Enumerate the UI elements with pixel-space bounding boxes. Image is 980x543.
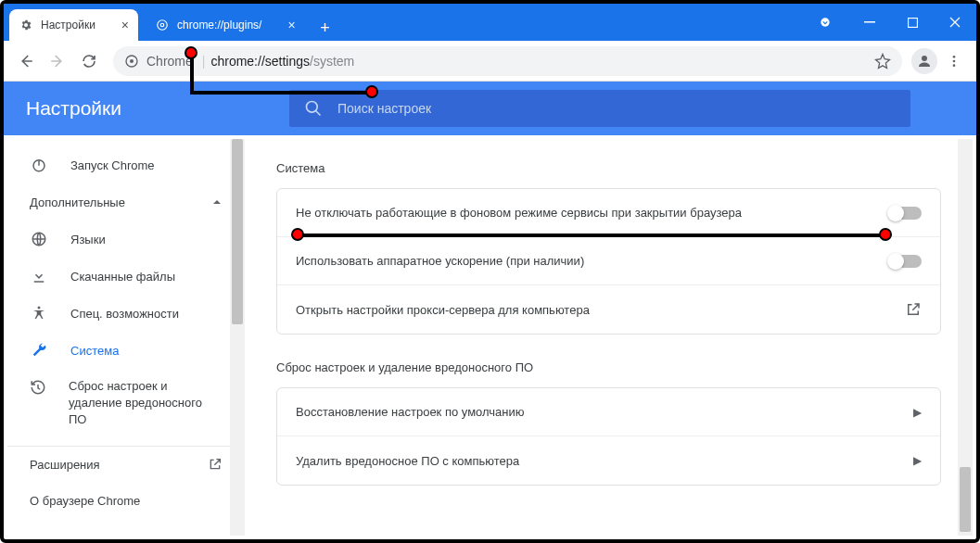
sidebar-section-advanced[interactable]: Дополнительные <box>7 183 245 221</box>
site-info-icon[interactable] <box>124 54 139 69</box>
row-proxy-settings[interactable]: Открыть настройки прокси-сервера для ком… <box>277 285 940 334</box>
browser-toolbar: Chrome | chrome://settings/system <box>4 41 976 82</box>
sidebar-item-extensions[interactable]: Расширения <box>7 446 245 483</box>
window-titlebar: Настройки × chrome://plugins/ × + <box>4 4 976 41</box>
svg-point-9 <box>953 59 956 62</box>
svg-rect-4 <box>908 18 917 27</box>
forward-button[interactable] <box>43 46 72 76</box>
reset-card: Восстановление настроек по умолчанию ▶ У… <box>276 387 941 486</box>
wrench-icon <box>30 341 48 360</box>
row-restore-defaults[interactable]: Восстановление настроек по умолчанию ▶ <box>277 388 940 436</box>
minimize-button[interactable] <box>848 4 891 41</box>
back-button[interactable] <box>11 46 41 76</box>
globe-icon <box>30 230 48 248</box>
browser-tab-plugins[interactable]: chrome://plugins/ × <box>146 9 305 41</box>
url-chip: Chrome <box>146 54 193 69</box>
url-text: chrome://settings/system <box>210 54 354 69</box>
launch-icon <box>208 457 223 472</box>
chevron-right-icon: ▶ <box>913 406 922 419</box>
settings-header: Настройки <box>4 82 976 135</box>
search-icon <box>304 99 323 118</box>
close-window-button[interactable] <box>934 4 976 41</box>
sidebar-item-system[interactable]: Система <box>7 332 245 369</box>
toggle-background-apps[interactable] <box>888 207 922 220</box>
svg-point-0 <box>158 20 168 31</box>
power-icon <box>30 156 48 174</box>
svg-rect-3 <box>864 21 875 23</box>
settings-sidebar: Запуск Chrome Дополнительные Языки Скача… <box>7 139 245 536</box>
tab-label: chrome://plugins/ <box>177 19 261 32</box>
settings-search[interactable] <box>289 90 910 127</box>
maximize-button[interactable] <box>891 4 934 41</box>
download-icon <box>30 267 48 285</box>
content-scrollbar[interactable] <box>958 139 973 536</box>
row-background-apps[interactable]: Не отключать работающие в фоновом режиме… <box>277 189 940 237</box>
settings-content: Система Не отключать работающие в фоново… <box>245 139 973 536</box>
menu-button[interactable] <box>939 46 969 76</box>
system-card: Не отключать работающие в фоновом режиме… <box>276 188 941 335</box>
toggle-hardware-accel[interactable] <box>888 255 922 268</box>
close-icon[interactable]: × <box>287 18 295 32</box>
sidebar-item-accessibility[interactable]: Спец. возможности <box>7 295 245 332</box>
profile-avatar-icon[interactable] <box>911 48 937 74</box>
sidebar-item-about[interactable]: О браузере Chrome <box>7 483 245 520</box>
gear-icon <box>19 18 33 32</box>
sidebar-item-downloads[interactable]: Скачанные файлы <box>7 258 245 295</box>
svg-point-7 <box>922 56 927 61</box>
sidebar-item-startup[interactable]: Запуск Chrome <box>7 146 245 183</box>
address-bar[interactable]: Chrome | chrome://settings/system <box>113 46 902 76</box>
svg-point-8 <box>953 56 956 58</box>
close-icon[interactable]: × <box>121 18 129 32</box>
svg-point-11 <box>307 102 318 113</box>
svg-point-14 <box>38 307 41 309</box>
sidebar-scrollbar[interactable] <box>230 139 245 536</box>
svg-point-1 <box>160 23 164 27</box>
svg-point-6 <box>130 59 134 63</box>
svg-point-10 <box>953 64 956 67</box>
section-title-system: Система <box>276 161 941 175</box>
page-title: Настройки <box>26 97 289 120</box>
browser-tab-settings[interactable]: Настройки × <box>9 9 138 41</box>
reload-button[interactable] <box>74 46 104 76</box>
section-title-reset: Сброс настроек и удаление вредоносного П… <box>276 360 941 374</box>
search-input[interactable] <box>337 101 896 116</box>
svg-point-2 <box>821 18 829 26</box>
accessibility-icon <box>30 304 48 322</box>
row-hardware-accel[interactable]: Использовать аппаратное ускорение (при н… <box>277 237 940 285</box>
sidebar-item-languages[interactable]: Языки <box>7 221 245 258</box>
new-tab-button[interactable]: + <box>312 15 338 41</box>
tab-search-icon[interactable] <box>809 16 841 29</box>
bookmark-star-icon[interactable] <box>874 53 891 69</box>
restore-icon <box>30 378 46 397</box>
chevron-right-icon: ▶ <box>913 454 922 467</box>
row-cleanup[interactable]: Удалить вредоносное ПО с компьютера ▶ <box>277 436 940 485</box>
sidebar-item-reset[interactable]: Сброс настроек и удаление вредоносного П… <box>7 369 245 438</box>
launch-icon <box>905 301 922 318</box>
chrome-icon <box>155 18 170 32</box>
tab-label: Настройки <box>41 19 95 32</box>
chevron-up-icon <box>211 196 223 208</box>
